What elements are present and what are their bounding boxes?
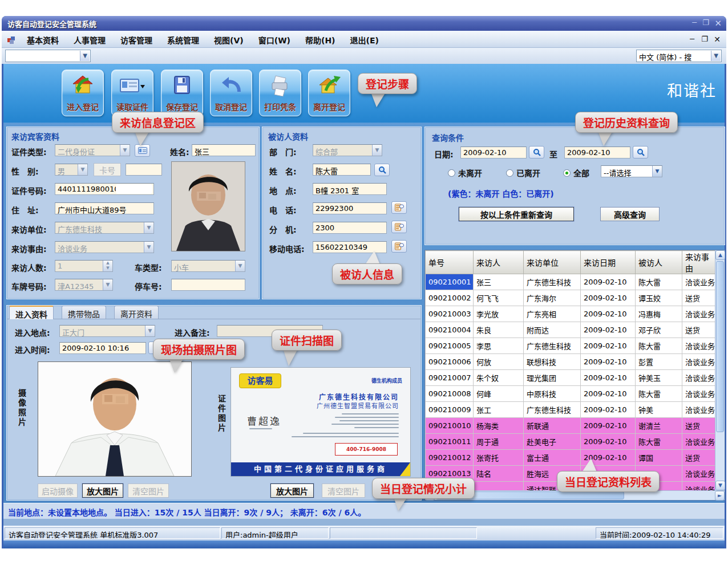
- table-cell[interactable]: 2009-02-10: [581, 386, 636, 402]
- title-bar[interactable]: 访客自动登记安全管理系统 ─ ❐ ✕: [2, 16, 726, 31]
- quick-search-combo[interactable]: ▼: [5, 50, 91, 62]
- table-cell[interactable]: 谭国: [636, 450, 682, 466]
- table-column-header[interactable]: 被访人: [636, 251, 682, 274]
- table-cell[interactable]: 2009-02-10: [581, 370, 636, 386]
- calendar-picker-icon[interactable]: [529, 146, 544, 158]
- table-cell[interactable]: 2009-02-10: [581, 354, 636, 370]
- radio-all[interactable]: 全部: [563, 167, 589, 178]
- table-column-header[interactable]: 来访日期: [581, 251, 636, 274]
- table-row[interactable]: 090210006何放联想科技2009-02-10彭置洽谈业务: [426, 354, 717, 370]
- radio-left[interactable]: 已离开: [506, 167, 540, 178]
- table-cell[interactable]: 何放: [474, 354, 524, 370]
- table-cell[interactable]: 广东德生科技: [524, 402, 581, 418]
- table-cell[interactable]: 陈大雷: [636, 434, 682, 450]
- dept-select[interactable]: 综合部▼: [313, 144, 382, 156]
- table-cell[interactable]: 谭玉姣: [636, 290, 682, 306]
- search-icon[interactable]: [374, 164, 390, 176]
- table-row[interactable]: 090210001张三广东德生科技2009-02-10陈大雷洽谈业务: [426, 274, 717, 290]
- table-cell[interactable]: 钟美: [636, 402, 682, 418]
- table-cell[interactable]: 洽谈业务: [682, 434, 717, 450]
- calendar-picker-icon[interactable]: [633, 146, 648, 158]
- scroll-right-icon[interactable]: ►: [715, 491, 725, 501]
- radio-not-left[interactable]: 未离开: [448, 167, 482, 178]
- chevron-down-icon[interactable]: ▼: [80, 51, 90, 61]
- table-cell[interactable]: 钟美玉: [636, 370, 682, 386]
- enter-register-button[interactable]: 进入登记: [62, 70, 104, 116]
- vertical-scroll-thumb[interactable]: [716, 261, 724, 432]
- cert-no-input[interactable]: 4401111980010: [55, 183, 154, 195]
- table-cell[interactable]: 陈大雷: [636, 274, 682, 290]
- menu-item[interactable]: 视图(V): [207, 31, 251, 46]
- table-cell[interactable]: 附而达: [524, 322, 581, 338]
- reason-select[interactable]: 洽谈业务▼: [55, 241, 154, 253]
- table-cell[interactable]: 新联通: [524, 418, 581, 434]
- company-select[interactable]: 广东德生科技▼: [55, 222, 154, 234]
- minimize-icon[interactable]: ─: [692, 18, 697, 27]
- scroll-down-icon[interactable]: ▼: [715, 481, 725, 490]
- print-slip-button[interactable]: 打印凭条: [259, 70, 301, 116]
- table-cell[interactable]: 理光集团: [524, 370, 581, 386]
- cancel-register-button[interactable]: 取消登记: [210, 70, 252, 116]
- language-selector[interactable]: 中文 (简体) - 搜 ▼: [636, 50, 722, 62]
- table-cell[interactable]: 广东亮相: [524, 306, 581, 322]
- menu-item[interactable]: 基本资料: [19, 31, 66, 46]
- table-cell[interactable]: 彭置: [636, 354, 682, 370]
- table-cell[interactable]: 富士通: [524, 450, 581, 466]
- table-cell[interactable]: 2009-02-10: [581, 290, 636, 306]
- table-cell[interactable]: 送货: [682, 322, 717, 338]
- photo-clear-button[interactable]: 清空图片: [128, 483, 169, 498]
- table-cell[interactable]: 谢清兰: [636, 418, 682, 434]
- table-cell[interactable]: 张工: [474, 402, 524, 418]
- read-card-button[interactable]: 读取证件: [111, 70, 153, 116]
- table-cell[interactable]: 送货: [682, 450, 717, 466]
- card-no-button[interactable]: 卡号: [94, 163, 121, 176]
- place-input[interactable]: B幢 2301 室: [313, 183, 387, 195]
- tab-leave-info[interactable]: 离开资料: [114, 306, 159, 319]
- table-cell[interactable]: 中原科技: [524, 386, 581, 402]
- table-cell[interactable]: 2009-02-10: [581, 306, 636, 322]
- table-cell[interactable]: 2009-02-10: [581, 402, 636, 418]
- table-cell[interactable]: 广东德生科技: [524, 274, 581, 290]
- table-cell[interactable]: 杨海类: [474, 418, 524, 434]
- parking-no-input[interactable]: [171, 279, 245, 291]
- table-cell[interactable]: 陆名: [474, 466, 524, 482]
- visitor-name-input[interactable]: 张三: [192, 144, 256, 156]
- entry-place-select[interactable]: 正大门▼: [59, 325, 155, 337]
- query-select[interactable]: --请选择▼: [601, 165, 662, 177]
- table-cell[interactable]: 联想科技: [524, 354, 581, 370]
- gender-select[interactable]: 男▼: [55, 164, 88, 176]
- mdi-restore-icon[interactable]: ❐: [701, 35, 708, 43]
- table-cell[interactable]: 2009-02-10: [581, 418, 636, 434]
- table-cell[interactable]: 洽谈业务: [682, 274, 717, 290]
- table-cell[interactable]: 张三: [474, 274, 524, 290]
- table-row[interactable]: 090210007朱个奴理光集团2009-02-10钟美玉洽谈业务: [426, 370, 717, 386]
- table-cell[interactable]: 090210001: [426, 274, 474, 290]
- table-cell[interactable]: 何飞飞: [474, 290, 524, 306]
- tab-carried-items[interactable]: 携带物品: [62, 306, 106, 319]
- table-cell[interactable]: 090210004: [426, 322, 474, 338]
- table-cell[interactable]: 广东海尔: [524, 290, 581, 306]
- table-cell[interactable]: 朱个奴: [474, 370, 524, 386]
- card-zoom-button[interactable]: 放大图片: [270, 483, 314, 498]
- table-cell[interactable]: 090210005: [426, 338, 474, 354]
- visitor-count-stepper[interactable]: 1 ▲▼: [55, 260, 113, 272]
- table-cell[interactable]: 陈大雷: [636, 386, 682, 402]
- table-cell[interactable]: 2009-02-10: [581, 274, 636, 290]
- table-cell[interactable]: 洽谈业务: [682, 306, 717, 322]
- call-notify-icon[interactable]: [391, 240, 407, 253]
- table-cell[interactable]: 洽谈业务: [682, 354, 717, 370]
- vertical-scrollbar[interactable]: ▲ ▼: [715, 250, 725, 490]
- table-column-header[interactable]: 来访人: [474, 251, 524, 274]
- leave-register-button[interactable]: 离开登记: [308, 70, 350, 116]
- table-row[interactable]: 090210004朱良附而达2009-02-10邓子欣送货: [426, 322, 717, 338]
- table-cell[interactable]: 090210008: [426, 386, 474, 402]
- table-cell[interactable]: 2009-02-10: [581, 434, 636, 450]
- call-notify-icon[interactable]: [391, 221, 407, 233]
- advanced-query-button[interactable]: 高级查询: [600, 207, 660, 221]
- table-row[interactable]: 090210010杨海类新联通2009-02-10谢清兰送货: [426, 418, 717, 434]
- table-row[interactable]: 090210002何飞飞广东海尔2009-02-10谭玉姣送货: [426, 290, 717, 306]
- table-cell[interactable]: 李光放: [474, 306, 524, 322]
- table-row[interactable]: 090210003李光放广东亮相2009-02-10冯惠梅洽谈业务: [426, 306, 717, 322]
- table-cell[interactable]: 邓子欣: [636, 322, 682, 338]
- restore-icon[interactable]: ❐: [702, 18, 709, 27]
